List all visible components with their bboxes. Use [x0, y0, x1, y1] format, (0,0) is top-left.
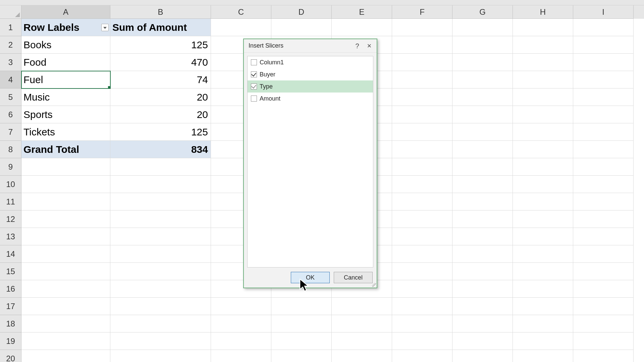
- cell-G12[interactable]: [452, 210, 513, 228]
- cell-E20[interactable]: [332, 350, 392, 362]
- cell-B4[interactable]: 74: [110, 71, 211, 88]
- column-header-I[interactable]: I: [573, 5, 634, 19]
- cell-B11[interactable]: [110, 193, 211, 210]
- cell-G10[interactable]: [452, 176, 513, 193]
- cell-E17[interactable]: [332, 298, 392, 315]
- cell-H11[interactable]: [513, 193, 573, 210]
- cell-B10[interactable]: [110, 176, 211, 193]
- cell-H19[interactable]: [513, 333, 573, 350]
- column-header-A[interactable]: A: [21, 5, 110, 19]
- cell-G17[interactable]: [452, 298, 513, 315]
- cell-H13[interactable]: [513, 228, 573, 245]
- cell-G11[interactable]: [452, 193, 513, 210]
- row-header-12[interactable]: 12: [0, 210, 21, 228]
- dialog-titlebar[interactable]: Insert Slicers ? ×: [244, 39, 377, 53]
- cell-F18[interactable]: [392, 315, 452, 333]
- cell-H17[interactable]: [513, 298, 573, 315]
- cell-H1[interactable]: [513, 19, 573, 36]
- row-header-13[interactable]: 13: [0, 228, 21, 245]
- cell-H2[interactable]: [513, 36, 573, 54]
- cell-I13[interactable]: [573, 228, 634, 245]
- cell-I2[interactable]: [573, 36, 634, 54]
- cell-A20[interactable]: [21, 350, 110, 362]
- cell-F2[interactable]: [392, 36, 452, 54]
- cancel-button[interactable]: Cancel: [334, 272, 373, 283]
- cell-B14[interactable]: [110, 245, 211, 263]
- resize-grip-icon[interactable]: [372, 283, 376, 287]
- row-header-19[interactable]: 19: [0, 333, 21, 350]
- cell-C19[interactable]: [211, 333, 271, 350]
- cell-E19[interactable]: [332, 333, 392, 350]
- row-header-16[interactable]: 16: [0, 280, 21, 298]
- row-header-4[interactable]: 4: [0, 71, 21, 88]
- cell-I18[interactable]: [573, 315, 634, 333]
- cell-B9[interactable]: [110, 158, 211, 176]
- row-header-7[interactable]: 7: [0, 123, 21, 141]
- cell-H14[interactable]: [513, 245, 573, 263]
- cell-D1[interactable]: [271, 19, 332, 36]
- cell-I17[interactable]: [573, 298, 634, 315]
- cell-A16[interactable]: [21, 280, 110, 298]
- cell-H16[interactable]: [513, 280, 573, 298]
- column-header-D[interactable]: D: [271, 5, 332, 19]
- checkbox-buyer[interactable]: [251, 71, 257, 77]
- cell-E18[interactable]: [332, 315, 392, 333]
- cell-H9[interactable]: [513, 158, 573, 176]
- cell-A2[interactable]: Books: [21, 36, 110, 54]
- checkbox-column1[interactable]: [251, 59, 257, 65]
- cell-F19[interactable]: [392, 333, 452, 350]
- cell-B5[interactable]: 20: [110, 88, 211, 106]
- row-header-6[interactable]: 6: [0, 106, 21, 123]
- cell-F20[interactable]: [392, 350, 452, 362]
- cell-G3[interactable]: [452, 54, 513, 71]
- slicer-field-type[interactable]: Type: [248, 80, 373, 93]
- cell-I6[interactable]: [573, 106, 634, 123]
- cell-G14[interactable]: [452, 245, 513, 263]
- cell-G15[interactable]: [452, 263, 513, 280]
- close-button[interactable]: ×: [363, 41, 375, 51]
- column-header-C[interactable]: C: [211, 5, 271, 19]
- cell-G13[interactable]: [452, 228, 513, 245]
- cell-F1[interactable]: [392, 19, 452, 36]
- cell-F8[interactable]: [392, 141, 452, 158]
- cell-F17[interactable]: [392, 298, 452, 315]
- cell-F4[interactable]: [392, 71, 452, 88]
- cell-F16[interactable]: [392, 280, 452, 298]
- row-header-20[interactable]: 20: [0, 350, 21, 362]
- cell-B2[interactable]: 125: [110, 36, 211, 54]
- cell-A5[interactable]: Music: [21, 88, 110, 106]
- cell-I11[interactable]: [573, 193, 634, 210]
- cell-F9[interactable]: [392, 158, 452, 176]
- cell-F12[interactable]: [392, 210, 452, 228]
- cell-G6[interactable]: [452, 106, 513, 123]
- cell-A15[interactable]: [21, 263, 110, 280]
- cell-A3[interactable]: Food: [21, 54, 110, 71]
- cell-H20[interactable]: [513, 350, 573, 362]
- cell-F6[interactable]: [392, 106, 452, 123]
- cell-B17[interactable]: [110, 298, 211, 315]
- cell-I1[interactable]: [573, 19, 634, 36]
- cell-A14[interactable]: [21, 245, 110, 263]
- cell-G19[interactable]: [452, 333, 513, 350]
- cell-H10[interactable]: [513, 176, 573, 193]
- cell-I16[interactable]: [573, 280, 634, 298]
- cell-C20[interactable]: [211, 350, 271, 362]
- cell-H4[interactable]: [513, 71, 573, 88]
- cell-I14[interactable]: [573, 245, 634, 263]
- cell-I4[interactable]: [573, 71, 634, 88]
- cell-B18[interactable]: [110, 315, 211, 333]
- cell-H15[interactable]: [513, 263, 573, 280]
- cell-A19[interactable]: [21, 333, 110, 350]
- cell-H6[interactable]: [513, 106, 573, 123]
- cell-G20[interactable]: [452, 350, 513, 362]
- cell-B3[interactable]: 470: [110, 54, 211, 71]
- cell-H12[interactable]: [513, 210, 573, 228]
- checkbox-amount[interactable]: [251, 96, 257, 102]
- help-button[interactable]: ?: [351, 41, 363, 51]
- cell-A10[interactable]: [21, 176, 110, 193]
- cell-A13[interactable]: [21, 228, 110, 245]
- cell-I3[interactable]: [573, 54, 634, 71]
- cell-B7[interactable]: 125: [110, 123, 211, 141]
- cell-B8[interactable]: 834: [110, 141, 211, 158]
- cell-D17[interactable]: [271, 298, 332, 315]
